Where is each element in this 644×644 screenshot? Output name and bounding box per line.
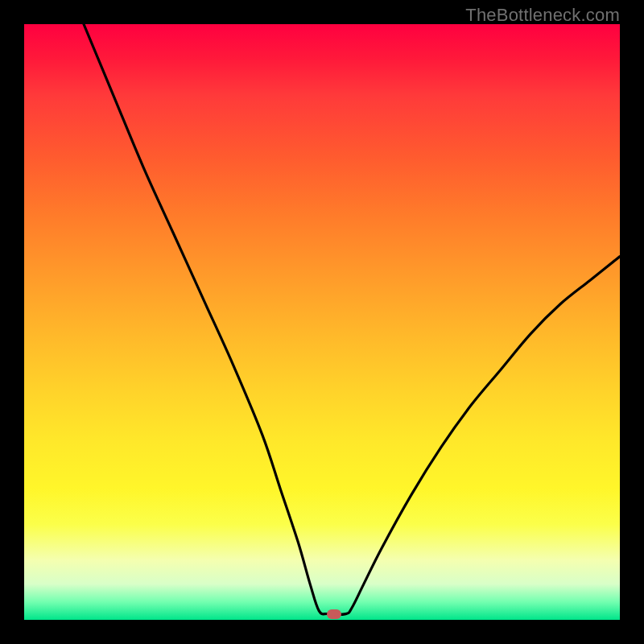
chart-frame: TheBottleneck.com bbox=[0, 0, 644, 644]
optimal-marker bbox=[327, 609, 341, 619]
bottleneck-curve bbox=[24, 24, 620, 620]
curve-path bbox=[84, 24, 620, 614]
plot-area bbox=[24, 24, 620, 620]
watermark-text: TheBottleneck.com bbox=[465, 5, 620, 26]
